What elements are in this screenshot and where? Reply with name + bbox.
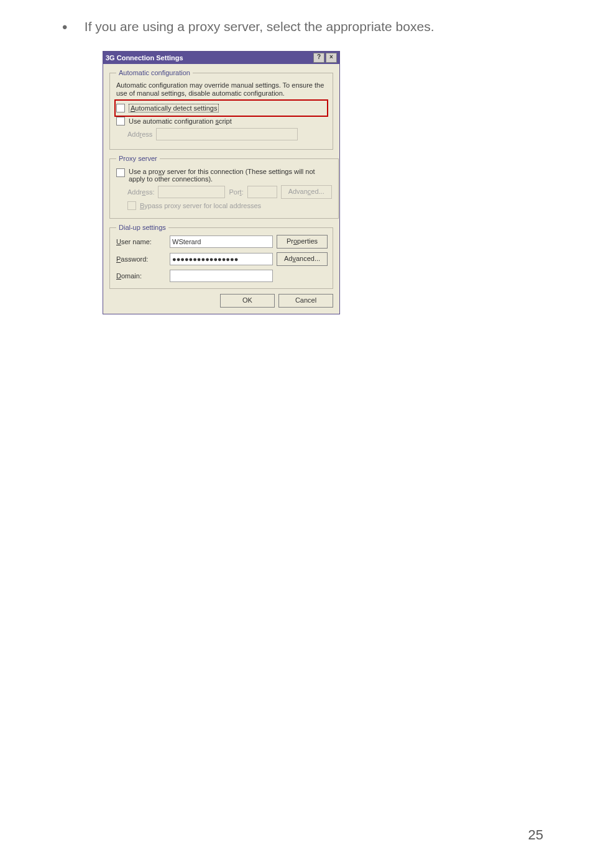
- username-input[interactable]: WSterard: [170, 235, 273, 248]
- proxy-legend: Proxy server: [116, 155, 160, 162]
- dialup-settings-group: Dial-up settings User name: WSterard Pro…: [109, 224, 333, 289]
- password-input[interactable]: ●●●●●●●●●●●●●●●●: [170, 253, 273, 265]
- domain-label: Domain:: [116, 272, 166, 280]
- checkbox-icon[interactable]: [116, 117, 125, 126]
- domain-input[interactable]: [170, 270, 273, 282]
- auto-address-label: Address: [127, 130, 152, 138]
- dialup-legend: Dial-up settings: [116, 224, 168, 231]
- system-icons: ? ×: [313, 53, 337, 63]
- dialup-advanced-button[interactable]: Advanced...: [277, 252, 328, 266]
- proxy-port-input: [247, 186, 277, 198]
- connection-settings-dialog: 3G Connection Settings ? × Automatic con…: [103, 51, 340, 314]
- bypass-label: Bypass proxy server for local addresses: [140, 202, 261, 209]
- auto-config-legend: Automatic configuration: [116, 69, 193, 76]
- checkbox-icon[interactable]: [116, 104, 125, 112]
- auto-address-input: [156, 128, 298, 140]
- instruction-line: • If you are using a proxy server, selec…: [62, 19, 535, 36]
- bypass-proxy-row: Bypass proxy server for local addresses: [127, 201, 332, 210]
- ok-button[interactable]: OK: [220, 294, 275, 308]
- use-proxy-row[interactable]: Use a proxy server for this connection (…: [116, 168, 332, 183]
- proxy-advanced-button: Advanced...: [281, 185, 332, 199]
- auto-script-row[interactable]: Use automatic configuration script: [116, 117, 326, 126]
- close-button[interactable]: ×: [326, 53, 337, 63]
- automatic-configuration-group: Automatic configuration Automatic config…: [109, 69, 333, 150]
- proxy-port-label: Port:: [229, 188, 243, 196]
- dialup-grid: User name: WSterard Properties Password:…: [116, 235, 326, 282]
- proxy-address-input: [158, 186, 225, 198]
- checkbox-icon[interactable]: [116, 168, 125, 177]
- cancel-button[interactable]: Cancel: [278, 294, 333, 308]
- password-label: Password:: [116, 255, 166, 263]
- proxy-address-row: Address: Port: Advanced...: [127, 185, 332, 199]
- dialog-title: 3G Connection Settings: [106, 52, 183, 64]
- auto-detect-label: Automatically detect settings: [129, 104, 219, 112]
- auto-script-label: Use automatic configuration script: [129, 117, 232, 125]
- auto-config-description: Automatic configuration may override man…: [116, 81, 326, 98]
- highlight-box: Automatically detect settings: [116, 101, 326, 115]
- auto-address-row: Address: [127, 128, 326, 140]
- help-button[interactable]: ?: [313, 53, 324, 63]
- proxy-server-group: Proxy server Use a proxy server for this…: [109, 155, 339, 219]
- properties-button[interactable]: Properties: [277, 235, 328, 249]
- auto-detect-row[interactable]: Automatically detect settings: [116, 104, 326, 112]
- titlebar: 3G Connection Settings ? ×: [103, 52, 339, 64]
- page-number: 25: [528, 827, 543, 843]
- username-label: User name:: [116, 238, 166, 245]
- checkbox-icon: [127, 201, 136, 210]
- dialog-body: Automatic configuration Automatic config…: [103, 64, 339, 314]
- bullet-icon: •: [62, 19, 81, 36]
- use-proxy-label: Use a proxy server for this connection (…: [129, 168, 332, 183]
- instruction-text: If you are using a proxy server, select …: [85, 19, 434, 34]
- proxy-address-label: Address:: [127, 188, 154, 196]
- dialog-footer: OK Cancel: [109, 294, 333, 308]
